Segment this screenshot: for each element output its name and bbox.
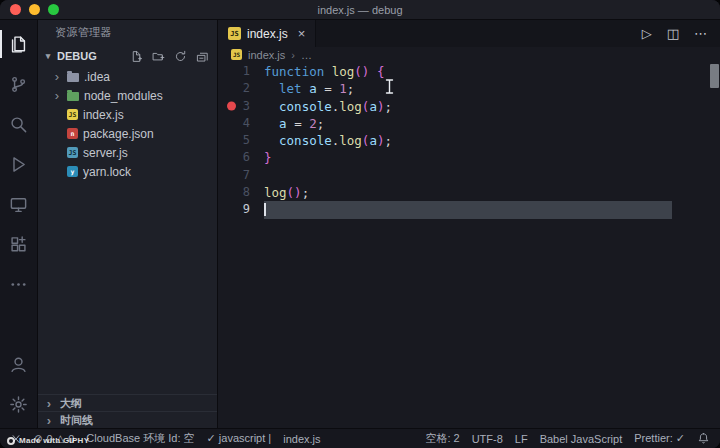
code-token	[264, 81, 279, 96]
status-indent[interactable]: 空格: 2	[425, 431, 459, 446]
javascript-file-icon: JS	[228, 27, 241, 40]
code-token: console	[279, 133, 332, 148]
status-active-file[interactable]: index.js	[283, 433, 320, 445]
line-content[interactable]: console.log(a);	[264, 132, 672, 149]
tree-item-.idea[interactable]: ›.idea	[38, 67, 217, 86]
tree-item-node_modules[interactable]: ›node_modules	[38, 86, 217, 105]
chevron-right-icon: ›	[44, 414, 54, 427]
line-number[interactable]: 4	[218, 115, 264, 132]
run-file-button[interactable]: ▷	[642, 27, 652, 40]
breadcrumb[interactable]: JS index.js › …	[218, 47, 720, 62]
line-content[interactable]: a = 2;	[264, 115, 672, 132]
code-token: a	[279, 116, 287, 131]
collapse-folders-button[interactable]	[196, 50, 209, 63]
code-token	[287, 116, 295, 131]
status-eol[interactable]: LF	[515, 433, 528, 445]
breadcrumb-file[interactable]: index.js	[248, 49, 285, 61]
status-cloudbase[interactable]: CloudBase 环境 Id: 空	[86, 431, 194, 446]
split-editor-button[interactable]: ◫	[667, 27, 679, 40]
sidebar-title: 资源管理器	[38, 20, 217, 45]
activity-remote-explorer-icon[interactable]	[0, 184, 37, 224]
line-number[interactable]: 6	[218, 149, 264, 166]
breakpoint-dot[interactable]	[227, 102, 236, 111]
line-content[interactable]: let a = 1;	[264, 80, 672, 97]
new-folder-button[interactable]	[152, 50, 165, 63]
line-content[interactable]	[264, 167, 672, 184]
tree-item-yarn.lock[interactable]: yyarn.lock	[38, 162, 217, 181]
tree-item-index.js[interactable]: JSindex.js	[38, 105, 217, 124]
code-line[interactable]: 8log();	[218, 184, 720, 201]
status-left-items: CloudBase 环境 Id: 空✓ javascript |index.js	[86, 431, 320, 446]
panel-timeline[interactable]: › 时间线	[38, 411, 217, 428]
code-token: =	[294, 116, 302, 131]
title-bar[interactable]: index.js — debug	[0, 0, 720, 20]
code-editor[interactable]: 1function log() {2 let a = 1;3 console.l…	[218, 62, 720, 428]
status-prettier[interactable]: Prettier: ✓	[634, 432, 685, 445]
line-content[interactable]	[264, 201, 672, 218]
scrollbar-thumb[interactable]	[710, 64, 719, 88]
line-number[interactable]: 7	[218, 167, 264, 184]
code-line[interactable]: 6}	[218, 149, 720, 166]
activity-source-control-icon[interactable]	[0, 64, 37, 104]
panel-outline[interactable]: › 大纲	[38, 394, 217, 411]
new-file-button[interactable]	[130, 50, 143, 63]
line-number[interactable]: 2	[218, 80, 264, 97]
code-token	[324, 64, 332, 79]
activity-run-debug-icon[interactable]	[0, 144, 37, 184]
line-number[interactable]: 5	[218, 132, 264, 149]
code-token: log	[339, 99, 362, 114]
close-window-button[interactable]	[10, 4, 21, 15]
close-tab-icon[interactable]: ×	[298, 26, 306, 41]
activity-search-icon[interactable]	[0, 104, 37, 144]
code-token	[369, 64, 377, 79]
panel-timeline-label: 时间线	[60, 413, 93, 428]
main-area: 资源管理器 ▾ DEBUG	[0, 20, 720, 428]
line-number[interactable]: 1	[218, 63, 264, 80]
code-token: ;	[384, 99, 392, 114]
code-token: 1	[339, 81, 347, 96]
line-content[interactable]: function log() {	[264, 63, 672, 80]
notifications-bell-icon[interactable]	[697, 432, 710, 445]
code-token: let	[279, 81, 302, 96]
code-line[interactable]: 9	[218, 201, 720, 218]
sidebar-spacer	[38, 181, 217, 394]
line-content[interactable]: console.log(a);	[264, 98, 672, 115]
code-line[interactable]: 3 console.log(a);	[218, 98, 720, 115]
status-language-indicator[interactable]: ✓ javascript |	[207, 432, 272, 445]
code-token: a	[369, 99, 377, 114]
tree-item-package.json[interactable]: npackage.json	[38, 124, 217, 143]
code-token: function	[264, 64, 324, 79]
code-token: =	[324, 81, 332, 96]
activity-more-actions-icon[interactable]	[0, 264, 37, 304]
code-line[interactable]: 2 let a = 1;	[218, 80, 720, 97]
code-line[interactable]: 7	[218, 167, 720, 184]
folder-icon	[67, 92, 79, 101]
line-number[interactable]: 9	[218, 201, 264, 218]
zoom-window-button[interactable]	[48, 4, 59, 15]
editor-area: JS index.js × ▷ ◫ ⋯ JS index.js › … 1fun…	[218, 20, 720, 428]
traffic-lights	[10, 4, 59, 15]
code-line[interactable]: 4 a = 2;	[218, 115, 720, 132]
minimize-window-button[interactable]	[29, 4, 40, 15]
line-content[interactable]: log();	[264, 184, 672, 201]
section-header-debug[interactable]: ▾ DEBUG	[38, 45, 217, 67]
code-line[interactable]: 5 console.log(a);	[218, 132, 720, 149]
line-content[interactable]: }	[264, 149, 672, 166]
code-token: ;	[317, 116, 325, 131]
code-line[interactable]: 1function log() {	[218, 63, 720, 80]
activity-explorer-icon[interactable]	[0, 24, 37, 64]
activity-extensions-icon[interactable]	[0, 224, 37, 264]
tab-index-js[interactable]: JS index.js ×	[218, 20, 316, 47]
activity-account-icon[interactable]	[0, 344, 37, 384]
editor-more-actions-button[interactable]: ⋯	[694, 27, 707, 40]
tree-item-server.js[interactable]: JSserver.js	[38, 143, 217, 162]
status-encoding[interactable]: UTF-8	[472, 433, 503, 445]
activity-settings-icon[interactable]	[0, 384, 37, 424]
code-token: 2	[309, 116, 317, 131]
refresh-explorer-button[interactable]	[174, 50, 187, 63]
giphy-logo-icon	[7, 437, 15, 445]
line-number[interactable]: 8	[218, 184, 264, 201]
line-number[interactable]: 3	[218, 98, 264, 115]
breadcrumb-more[interactable]: …	[301, 49, 312, 61]
status-language-mode[interactable]: Babel JavaScript	[540, 433, 623, 445]
